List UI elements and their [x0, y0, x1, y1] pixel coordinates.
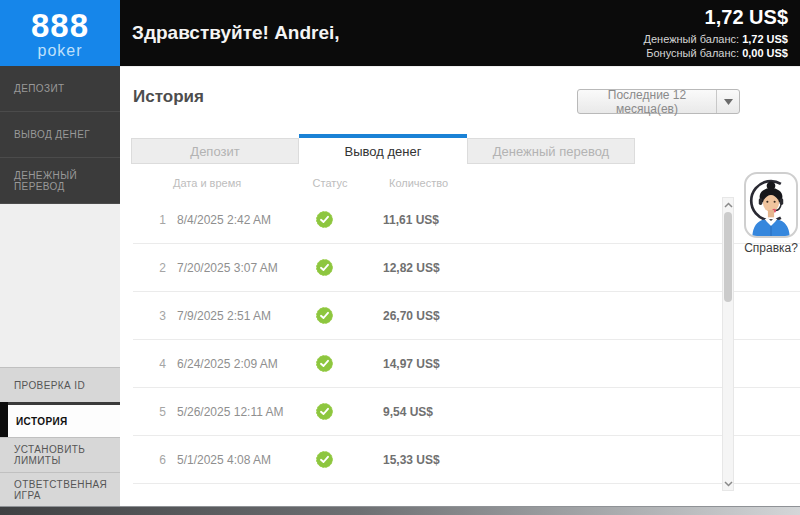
status-cell	[292, 307, 356, 324]
bonus-balance-line: Бонусный баланс: 0,00 US$	[644, 47, 788, 61]
row-datetime: 6/24/2025 2:09 AM	[177, 357, 292, 371]
sidebar-item-history[interactable]: ИСТОРИЯ	[0, 402, 120, 437]
table-row[interactable]: 6 5/1/2025 4:08 AM 15,33 US$	[133, 436, 800, 484]
scroll-down-icon[interactable]	[723, 477, 733, 490]
bonus-balance-value: 0,00 US$	[742, 47, 788, 59]
row-amount: 12,82 US$	[383, 261, 440, 275]
sidebar-bottom-group: ПРОВЕРКА ID ИСТОРИЯ УСТАНОВИТЬ ЛИМИТЫ ОТ…	[0, 367, 120, 507]
success-check-badge-icon	[316, 451, 333, 468]
tab-label: Денежный перевод	[493, 144, 609, 159]
sidebar-item-label: ДЕНЕЖНЫЙ ПЕРЕВОД	[14, 170, 120, 192]
row-amount: 14,97 US$	[383, 357, 440, 371]
table-row[interactable]: 5 5/26/2025 12:11 AM 9,54 US$	[133, 388, 800, 436]
tab-money-transfer[interactable]: Денежный перевод	[467, 138, 635, 164]
success-check-badge-icon	[316, 259, 333, 276]
table-row[interactable]: 1 8/4/2025 2:42 AM 11,61 US$	[133, 196, 800, 244]
success-check-badge-icon	[316, 307, 333, 324]
row-index: 5	[146, 405, 170, 419]
row-index: 2	[146, 261, 170, 275]
row-amount: 9,54 US$	[383, 405, 433, 419]
sidebar-item-id-verification[interactable]: ПРОВЕРКА ID	[0, 367, 120, 402]
sidebar-item-label: ДЕПОЗИТ	[14, 83, 65, 94]
sidebar-item-label: ВЫВОД ДЕНЕГ	[14, 129, 90, 140]
transactions-list: 1 8/4/2025 2:42 AM 11,61 US$ 2 7/20/2025…	[133, 196, 800, 484]
sidebar-item-responsible-gaming[interactable]: ОТВЕТСТВЕННАЯ ИГРА	[0, 472, 120, 507]
status-cell	[292, 259, 356, 276]
sidebar-item-set-limits[interactable]: УСТАНОВИТЬ ЛИМИТЫ	[0, 437, 120, 472]
row-index: 3	[146, 309, 170, 323]
status-cell	[292, 451, 356, 468]
888poker-logo[interactable]: 888 poker	[0, 0, 120, 66]
status-cell	[292, 403, 356, 420]
sidebar-item-label: ИСТОРИЯ	[16, 416, 68, 427]
sidebar-spacer	[0, 204, 120, 367]
table-row[interactable]: 4 6/24/2025 2:09 AM 14,97 US$	[133, 340, 800, 388]
row-datetime: 7/9/2025 2:51 AM	[177, 309, 292, 323]
sidebar-item-withdraw[interactable]: ВЫВОД ДЕНЕГ	[0, 112, 120, 158]
history-tabs: Депозит Вывод денег Денежный перевод	[131, 134, 636, 164]
col-header-datetime: Дата и время	[173, 177, 298, 189]
success-check-badge-icon	[316, 211, 333, 228]
table-scrollbar[interactable]	[722, 197, 734, 491]
bonus-balance-label: Бонусный баланс:	[646, 47, 739, 59]
help-widget[interactable]: Справка?	[744, 172, 798, 255]
row-datetime: 5/26/2025 12:11 AM	[177, 405, 292, 419]
support-agent-icon	[747, 178, 795, 236]
sidebar-item-label: ПРОВЕРКА ID	[14, 380, 85, 391]
greeting-text: Здравствуйте! Andrei,	[132, 22, 340, 44]
horizontal-scrollbar[interactable]	[0, 506, 800, 515]
tab-label: Депозит	[190, 144, 239, 159]
support-agent-avatar[interactable]	[744, 172, 798, 238]
period-filter-value: Последние 12 месяца(ев)	[578, 88, 716, 116]
main-content: История Последние 12 месяца(ев) Депозит …	[120, 66, 800, 508]
logo-sub-text: poker	[37, 43, 82, 59]
cash-balance-label: Денежный баланс:	[644, 33, 740, 45]
caret-down-icon	[716, 90, 739, 113]
sidebar-top-group: ДЕПОЗИТ ВЫВОД ДЕНЕГ ДЕНЕЖНЫЙ ПЕРЕВОД	[0, 66, 120, 204]
sidebar-item-money-transfer[interactable]: ДЕНЕЖНЫЙ ПЕРЕВОД	[0, 158, 120, 204]
col-header-status: Статус	[298, 177, 362, 189]
cash-balance-value: 1,72 US$	[742, 33, 788, 45]
success-check-badge-icon	[316, 355, 333, 372]
row-datetime: 5/1/2025 4:08 AM	[177, 453, 292, 467]
table-row[interactable]: 2 7/20/2025 3:07 AM 12,82 US$	[133, 244, 800, 292]
top-bar: Здравствуйте! Andrei, 1,72 US$ Денежный …	[120, 0, 800, 66]
cashier-page: 888 poker Здравствуйте! Andrei, 1,72 US$…	[0, 0, 800, 515]
success-check-badge-icon	[316, 403, 333, 420]
row-datetime: 7/20/2025 3:07 AM	[177, 261, 292, 275]
table-row[interactable]: 3 7/9/2025 2:51 AM 26,70 US$	[133, 292, 800, 340]
cash-balance-line: Денежный баланс: 1,72 US$	[644, 33, 788, 47]
tab-withdraw[interactable]: Вывод денег	[299, 134, 467, 164]
period-filter-dropdown[interactable]: Последние 12 месяца(ев)	[577, 89, 740, 114]
table-header-row: Дата и время Статус Количество	[120, 177, 720, 189]
tab-deposit[interactable]: Депозит	[131, 138, 299, 164]
row-index: 4	[146, 357, 170, 371]
help-label: Справка?	[744, 241, 798, 255]
row-amount: 15,33 US$	[383, 453, 440, 467]
row-index: 6	[146, 453, 170, 467]
scrollbar-thumb[interactable]	[724, 212, 732, 302]
scroll-up-icon[interactable]	[723, 198, 733, 211]
row-amount: 26,70 US$	[383, 309, 440, 323]
balance-block: 1,72 US$ Денежный баланс: 1,72 US$ Бонус…	[644, 5, 788, 61]
tab-label: Вывод денег	[345, 144, 422, 159]
row-amount: 11,61 US$	[383, 213, 439, 227]
sidebar-item-deposit[interactable]: ДЕПОЗИТ	[0, 66, 120, 112]
logo-brand-text: 888	[31, 9, 89, 42]
col-header-amount: Количество	[389, 177, 448, 189]
sidebar: ДЕПОЗИТ ВЫВОД ДЕНЕГ ДЕНЕЖНЫЙ ПЕРЕВОД ПРО…	[0, 66, 120, 507]
row-datetime: 8/4/2025 2:42 AM	[177, 213, 292, 227]
status-cell	[292, 211, 356, 228]
sidebar-item-label: ОТВЕТСТВЕННАЯ ИГРА	[14, 479, 120, 501]
total-balance: 1,72 US$	[644, 5, 788, 30]
sidebar-item-label: УСТАНОВИТЬ ЛИМИТЫ	[14, 444, 120, 466]
page-title: История	[133, 87, 204, 107]
row-index: 1	[146, 213, 170, 227]
status-cell	[292, 355, 356, 372]
